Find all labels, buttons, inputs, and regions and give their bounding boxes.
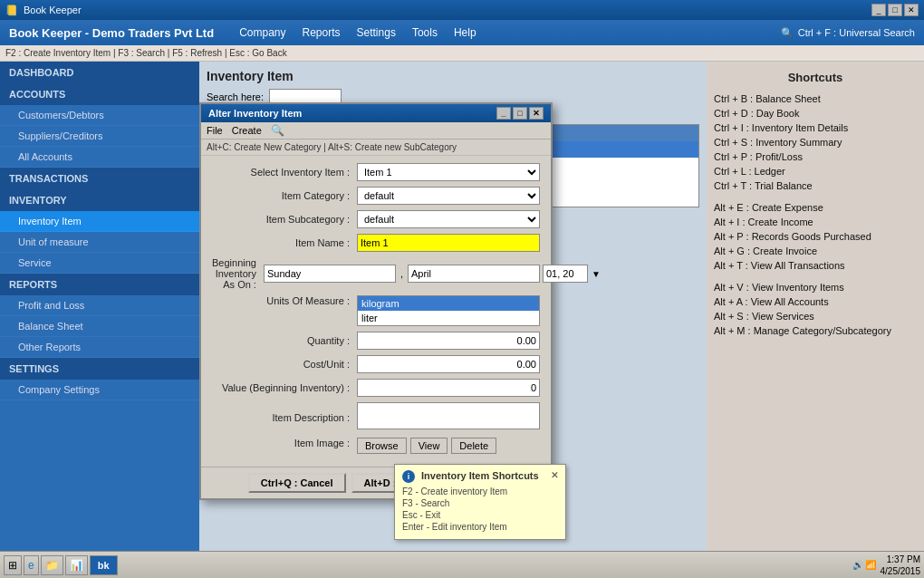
item-description-input[interactable] [357, 402, 540, 429]
dialog-maximize[interactable]: □ [513, 107, 527, 120]
folder-btn[interactable]: 📁 [41, 555, 63, 575]
menu-help[interactable]: Help [447, 24, 484, 42]
tooltip-close-btn[interactable]: ✕ [551, 470, 558, 483]
sidebar-item-service[interactable]: Service [0, 253, 199, 274]
shortcut-ctrl-i: Ctrl + I : Inventory Item Details [714, 122, 917, 133]
menu-reports[interactable]: Reports [294, 24, 347, 42]
value-beginning-input[interactable] [357, 379, 540, 397]
sidebar-section-settings[interactable]: SETTINGS [0, 358, 199, 380]
value-beginning-label: Value (Beginning Inventory) : [212, 382, 357, 393]
select-inventory-item-label: Select Inventory Item : [212, 167, 357, 178]
dropdown-item-liter[interactable]: liter [358, 311, 539, 325]
cost-unit-input[interactable] [357, 355, 540, 373]
close-btn[interactable]: ✕ [904, 4, 919, 16]
menu-settings[interactable]: Settings [350, 24, 403, 42]
item-category-row: Item Category : default [212, 187, 540, 205]
minimize-btn[interactable]: _ [871, 4, 886, 16]
sidebar-item-unit-of-measure[interactable]: Unit of measure [0, 232, 199, 253]
item-image-row: Item Image : Browse View Delete [212, 438, 540, 454]
item-description-label: Item Description : [212, 412, 357, 423]
browse-button[interactable]: Browse [357, 438, 407, 454]
taskbar-icons: 🔊 📶 [852, 560, 877, 570]
sidebar-section-accounts[interactable]: ACCOUNTS [0, 83, 199, 105]
item-name-row: Item Name : [212, 234, 540, 252]
dialog-menu-bar: File Create 🔍 [201, 122, 551, 140]
sidebar-item-profit-loss[interactable]: Profit and Loss [0, 295, 199, 316]
dialog-hint: Alt+C: Create New Category | Alt+S: Crea… [201, 140, 551, 156]
shortcut-alt-i: Alt + I : Create Income [714, 217, 917, 227]
tooltip-item-3: Enter - Edit inventory Item [402, 522, 558, 532]
dialog-menu-create[interactable]: Create [232, 125, 262, 136]
taskbar-left: ⊞ e 📁 📊 bk [4, 555, 118, 575]
cost-unit-row: Cost/Unit : [212, 355, 540, 373]
sidebar-section-dashboard[interactable]: DASHBOARD [0, 62, 199, 83]
tooltip-item-1: F3 - Search [402, 498, 558, 508]
units-of-measure-label: Units Of Measure : [212, 295, 357, 306]
item-subcategory-label: Item Subcategory : [212, 214, 357, 225]
value-beginning-row: Value (Beginning Inventory) : [212, 379, 540, 397]
date-day-input[interactable] [264, 265, 396, 283]
sidebar-item-company-settings[interactable]: Company Settings [0, 380, 199, 400]
app-title: Book Keeper - Demo Traders Pvt Ltd [9, 26, 214, 40]
main-layout: DASHBOARD ACCOUNTS Customers/Debtors Sup… [0, 62, 924, 578]
tooltip-item-2: Esc - Exit [402, 510, 558, 520]
bookkeeper-btn[interactable]: bk [90, 555, 118, 575]
maximize-btn[interactable]: □ [888, 4, 902, 16]
shortcut-ctrl-p: Ctrl + P : Profit/Loss [714, 151, 917, 162]
menu-bar: Book Keeper - Demo Traders Pvt Ltd Compa… [0, 20, 924, 45]
shortcut-ctrl-s: Ctrl + S : Inventory Summary [714, 137, 917, 148]
sidebar-item-all-accounts[interactable]: All Accounts [0, 147, 199, 168]
menu-company[interactable]: Company [232, 24, 293, 42]
dropdown-item-kilogram[interactable]: kilogram [358, 296, 539, 311]
time-display: 1:37 PM 4/25/2015 [881, 554, 921, 577]
delete-button[interactable]: Delete [451, 438, 496, 454]
date-month-input[interactable] [408, 265, 540, 283]
cost-unit-label: Cost/Unit : [212, 359, 357, 370]
shortcut-ctrl-d: Ctrl + D : Day Book [714, 108, 917, 119]
ie-btn[interactable]: e [24, 555, 39, 575]
units-of-measure-row: Units Of Measure : kilogram liter [212, 295, 540, 326]
cancel-button[interactable]: Ctrl+Q : Cancel [248, 473, 346, 493]
quantity-input[interactable] [357, 332, 540, 350]
item-subcategory-select[interactable]: default [357, 210, 540, 228]
search-shortcut-label: Ctrl + F : Universal Search [798, 27, 915, 38]
time: 1:37 PM [881, 554, 921, 565]
sidebar-item-balance-sheet[interactable]: Balance Sheet [0, 316, 199, 337]
search-label: Search here: [207, 92, 264, 102]
item-category-select[interactable]: default [357, 187, 540, 205]
item-name-label: Item Name : [212, 237, 357, 248]
view-button[interactable]: View [410, 438, 448, 454]
shortcut-ctrl-t: Ctrl + T : Trial Balance [714, 180, 917, 191]
search-icon-dialog[interactable]: 🔍 [271, 124, 284, 137]
shortcut-ctrl-b: Ctrl + B : Balance Sheet [714, 93, 917, 104]
dialog-close[interactable]: ✕ [529, 107, 544, 120]
select-inventory-item-row: Select Inventory Item : Item 1 [212, 163, 540, 181]
window-controls: _ □ ✕ [871, 4, 919, 16]
dialog-minimize[interactable]: _ [496, 107, 511, 120]
sidebar-item-other-reports[interactable]: Other Reports [0, 337, 199, 358]
chart-btn[interactable]: 📊 [65, 555, 88, 575]
shortcut-alt-s: Alt + S : View Services [714, 311, 917, 322]
quantity-row: Quantity : [212, 332, 540, 350]
start-btn[interactable]: ⊞ [4, 555, 22, 575]
sidebar-item-suppliers-creditors[interactable]: Suppliers/Creditors [0, 126, 199, 147]
center-content: Inventory Item Search here: Press 'Enter… [199, 62, 707, 578]
date-year-input[interactable] [543, 265, 588, 283]
title-bar: 📒 Book Keeper _ □ ✕ [0, 0, 924, 20]
sidebar-section-reports[interactable]: REPORTS [0, 274, 199, 295]
item-name-input[interactable] [357, 234, 540, 252]
inv-shortcuts-tooltip: i Inventory Item Shortcuts ✕ F2 - Create… [394, 464, 566, 540]
dialog-menu-file[interactable]: File [207, 125, 223, 136]
sidebar-item-inventory-item[interactable]: Inventory Item [0, 211, 199, 232]
search-icon: 🔍 [781, 27, 794, 39]
beginning-inventory-label: Beginning Inventory As On : [212, 257, 264, 290]
sidebar-section-inventory[interactable]: INVENTORY [0, 189, 199, 211]
title-bar-text: Book Keeper [24, 5, 82, 15]
menu-tools[interactable]: Tools [405, 24, 445, 42]
menu-items: Company Reports Settings Tools Help [232, 24, 483, 42]
select-inventory-item-select[interactable]: Item 1 [357, 163, 540, 181]
sidebar-item-customers-debtors[interactable]: Customers/Debtors [0, 105, 199, 126]
sidebar-section-transactions[interactable]: TRANSACTIONS [0, 168, 199, 189]
shortcuts-panel: Shortcuts Ctrl + B : Balance Sheet Ctrl … [707, 62, 924, 578]
info-icon: i [402, 470, 415, 483]
